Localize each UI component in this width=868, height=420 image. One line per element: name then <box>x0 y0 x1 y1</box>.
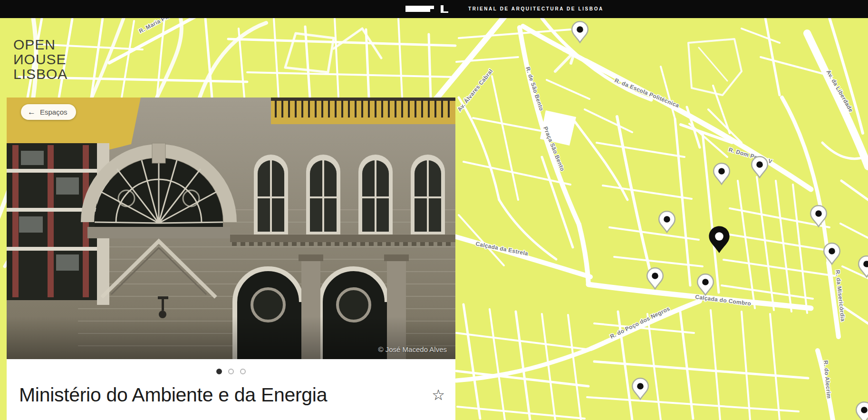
logo-line-3: LISBOA <box>13 67 68 81</box>
space-card: ← Espaços © José Macedo Alves Ministério… <box>7 98 455 420</box>
space-photo: ← Espaços © José Macedo Alves <box>7 98 455 359</box>
openhouse-lisboa-logo[interactable]: OPEN ИOUSE LISBOA <box>13 37 68 81</box>
favorite-star-button[interactable]: ☆ <box>432 388 445 402</box>
back-arrow-icon: ← <box>28 108 36 116</box>
app-window: R. Maria PiaAv. Álvares CabralR. de São … <box>0 0 868 420</box>
topbar-brand-text[interactable]: TRIENAL DE ARQUITECTURA DE LISBOA <box>468 6 604 11</box>
building-photo-illustration <box>7 98 455 359</box>
carousel-dot[interactable] <box>216 369 222 374</box>
carousel-dot[interactable] <box>228 369 234 374</box>
page-title: Ministério do Ambiente e da Energia <box>19 384 327 406</box>
logo-line-2: ИOUSE <box>13 52 68 67</box>
tal-logo-icon[interactable] <box>405 4 453 14</box>
photo-credit: © José Macedo Alves <box>378 345 447 353</box>
carousel-dot[interactable] <box>240 369 246 374</box>
logo-line-1: OPEN <box>13 37 68 52</box>
carousel-dots <box>7 359 455 374</box>
topbar: TRIENAL DE ARQUITECTURA DE LISBOA <box>0 0 868 18</box>
back-button[interactable]: ← Espaços <box>21 104 76 120</box>
space-info-panel: Ministério do Ambiente e da Energia ☆ <box>7 359 455 420</box>
back-button-label: Espaços <box>40 108 68 116</box>
